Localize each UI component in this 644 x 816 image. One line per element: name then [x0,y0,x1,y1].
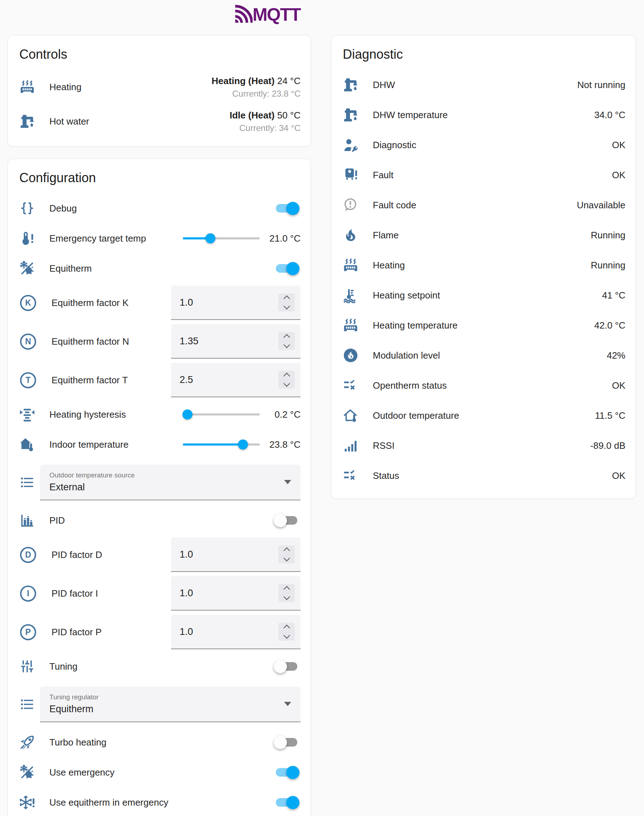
stepper-up-icon[interactable] [284,624,290,631]
sensor-row-value: Not running [578,80,626,90]
control-row-hot-water[interactable]: Hot water Idle (Heat) 50 °C Currently: 3… [18,104,301,138]
tune-vertical-icon [19,658,35,674]
alpha-i-circle-icon: I [20,586,36,601]
radiator-icon [343,257,359,273]
sensor-row-value: Running [591,230,626,241]
stepper-down-icon[interactable] [284,594,290,600]
sensor-row-heating-temperature[interactable]: Heating temperature 42.0 °C [342,310,626,341]
climate-state-currently: Currently: 23.8 °C [212,89,301,99]
config-row-label: PID [49,515,276,526]
sensor-row-label: Fault [373,170,612,181]
controls-card-title: Controls [19,47,301,62]
radiator-icon [343,318,359,333]
config-row-label: Use equitherm in emergency [49,797,276,808]
toggle-tuning[interactable] [276,660,297,673]
slider-heating-hysteresis[interactable] [183,407,260,422]
stepper-pid-factor-p[interactable] [278,623,295,641]
number-input-value: 1.0 [179,297,278,308]
toggle-use-emergency[interactable] [276,766,297,779]
sun-snowflake-icon [19,261,35,276]
slider-value: 23.8 °C [268,439,301,451]
stepper-equitherm-factor-k[interactable] [278,293,295,311]
sensor-row-value: 41 °C [602,290,626,301]
sensor-row-status[interactable]: Status OK [342,461,626,491]
stepper-up-icon[interactable] [284,547,290,554]
sensor-row-diagnostic[interactable]: Diagnostic OK [342,130,626,160]
stepper-up-icon[interactable] [284,373,290,379]
stepper-down-icon[interactable] [284,555,290,561]
stepper-equitherm-factor-t[interactable] [278,371,295,389]
chat-alert-icon [343,197,359,213]
chart-histogram-icon [19,512,35,528]
toggle-pid[interactable] [276,514,297,527]
stepper-down-icon[interactable] [284,380,290,387]
control-row-heating[interactable]: Heating Heating (Heat) 24 °C Currently: … [18,70,301,104]
slider-track [183,413,260,416]
home-thermometer-icon [19,437,35,452]
code-braces-icon [19,201,35,216]
sensor-row-heating-setpoint[interactable]: Heating setpoint 41 °C [342,280,626,310]
sensor-row-opentherm-status[interactable]: Opentherm status OK [342,370,626,400]
sensor-row-fault-code[interactable]: Fault code Unavailable [342,190,626,220]
water-boiler-alert-icon [343,167,359,183]
number-input-pid-factor-p[interactable]: 1.0 [171,615,301,649]
sensor-row-value: -89.0 dB [590,440,626,451]
config-row-emergency-target-temp: Emergency target temp 21.0 °C [18,223,301,253]
list-status-icon [343,377,359,393]
number-input-pid-factor-d[interactable]: 1.0 [171,538,301,572]
stepper-up-icon[interactable] [284,295,290,302]
sensor-row-dhw-temperature[interactable]: DHW temperature 34.0 °C [342,100,626,130]
stepper-up-icon[interactable] [284,586,290,592]
toggle-debug[interactable] [276,202,297,215]
slider-thumb[interactable] [238,440,248,449]
select-outdoor-temperature-source[interactable]: Outdoor temperature source External [40,465,301,500]
config-row-label: Debug [49,203,276,214]
select-label: Tuning regulator [49,693,284,701]
slider-value: 0.2 °C [268,409,301,420]
config-row-pid: PID [18,505,301,535]
control-row-label: Hot water [49,116,230,127]
climate-state-currently: Currently: 34 °C [230,123,301,133]
sensor-row-dhw[interactable]: DHW Not running [342,70,626,100]
select-value: External [49,482,284,493]
thermometer-alert-icon [19,230,35,246]
stepper-down-icon[interactable] [284,632,290,638]
stepper-equitherm-factor-n[interactable] [278,332,295,350]
diagnostic-card-title: Diagnostic [343,47,626,62]
slider-indoor-temperature[interactable] [183,437,260,452]
fire-circle-icon [343,348,359,363]
number-input-pid-factor-i[interactable]: 1.0 [171,576,301,610]
number-input-equitherm-factor-n[interactable]: 1.35 [171,324,301,359]
slider-thumb[interactable] [205,233,215,243]
select-tuning-regulator[interactable]: Tuning regulator Equitherm [40,686,301,722]
config-row-equitherm: Equitherm [18,253,301,284]
toggle-equitherm[interactable] [276,262,297,275]
sensor-row-modulation-level[interactable]: Modulation level 42% [342,341,626,370]
toggle-use-equitherm-in-emergency[interactable] [276,796,297,809]
list-bulleted-icon [19,475,35,490]
stepper-down-icon[interactable] [284,341,290,348]
stepper-up-icon[interactable] [284,334,290,341]
config-row-heating-hysteresis: Heating hysteresis 0.2 °C [18,399,301,429]
dropdown-caret-icon [284,702,291,706]
config-row-label: PID factor P [52,627,171,638]
hysteresis-icon [19,406,35,422]
stepper-pid-factor-d[interactable] [278,545,295,563]
sensor-row-flame[interactable]: Flame Running [342,220,626,250]
slider-thumb[interactable] [182,410,193,419]
stepper-down-icon[interactable] [284,303,290,309]
slider-emergency-target-temp[interactable] [183,231,260,245]
sensor-row-heating[interactable]: Heating Running [342,250,626,280]
config-row-equitherm-factor-n: N Equitherm factor N 1.35 [18,322,301,361]
sensor-row-outdoor-temperature[interactable]: Outdoor temperature 11.5 °C [342,400,626,431]
toggle-thumb [286,202,299,215]
number-input-equitherm-factor-t[interactable]: 2.5 [171,363,301,397]
toggle-turbo-heating[interactable] [276,736,297,749]
stepper-pid-factor-i[interactable] [278,584,295,602]
sensor-row-rssi[interactable]: RSSI -89.0 dB [342,431,626,461]
config-row-label: Indoor temperature [49,439,183,450]
number-input-equitherm-factor-k[interactable]: 1.0 [171,285,301,320]
sensor-row-fault[interactable]: Fault OK [342,160,626,190]
alpha-t-circle-icon: T [20,372,36,388]
number-input-value: 1.0 [179,626,278,637]
